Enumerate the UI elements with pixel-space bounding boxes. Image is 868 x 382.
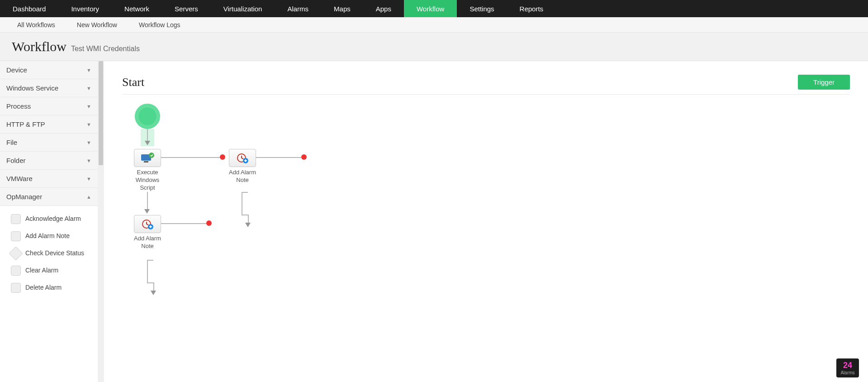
subnav-workflow-logs[interactable]: Workflow Logs bbox=[128, 21, 191, 29]
sidebar-group-label: File bbox=[6, 138, 17, 146]
action-diamond-icon bbox=[9, 246, 23, 260]
sidebar-group-label: OpManager bbox=[6, 193, 42, 201]
sidebar-group-vmware[interactable]: VMWare ▼ bbox=[0, 170, 98, 188]
sidebar-group-device[interactable]: Device ▼ bbox=[0, 61, 98, 79]
sidebar-item-label: Add Alarm Note bbox=[25, 232, 70, 240]
connector-line bbox=[147, 260, 148, 282]
subnav-all-workflows[interactable]: All Workflows bbox=[6, 21, 66, 29]
nav-dashboard[interactable]: Dashboard bbox=[0, 0, 58, 17]
sidebar: Device ▼ Windows Service ▼ Process ▼ HTT… bbox=[0, 61, 98, 382]
connector-line bbox=[153, 282, 154, 291]
monitor-run-icon bbox=[140, 153, 155, 163]
svg-rect-1 bbox=[144, 161, 148, 162]
sidebar-group-label: VMWare bbox=[6, 175, 33, 182]
chevron-up-icon: ▲ bbox=[86, 194, 91, 200]
sidebar-item-acknowledge-alarm[interactable]: Acknowledge Alarm bbox=[11, 210, 93, 228]
sidebar-group-label: Process bbox=[6, 102, 31, 110]
canvas-header: Start Trigger bbox=[122, 75, 850, 95]
sidebar-item-delete-alarm[interactable]: Delete Alarm bbox=[11, 279, 93, 296]
node-label: Execute Windows Script bbox=[129, 169, 166, 192]
sidebar-opmanager-children: Acknowledge Alarm Add Alarm Note Check D… bbox=[0, 206, 98, 298]
workflow-diagram[interactable]: Execute Windows Script Add Alarm Note bbox=[122, 104, 850, 339]
nav-network[interactable]: Network bbox=[112, 0, 162, 17]
nav-virtualization[interactable]: Virtualization bbox=[211, 0, 275, 17]
sub-nav: All Workflows New Workflow Workflow Logs bbox=[0, 17, 868, 33]
chevron-down-icon: ▼ bbox=[86, 86, 91, 91]
nav-apps[interactable]: Apps bbox=[363, 0, 404, 17]
connector-fail-dot-icon bbox=[206, 220, 212, 226]
chevron-down-icon: ▼ bbox=[86, 176, 91, 181]
workflow-canvas: Start Trigger Execute Windows Script bbox=[104, 61, 868, 382]
action-box-icon bbox=[11, 231, 21, 241]
node-label: Add Alarm Note bbox=[224, 169, 261, 184]
arrow-down-icon bbox=[151, 291, 156, 295]
sidebar-group-windows-service[interactable]: Windows Service ▼ bbox=[0, 79, 98, 97]
sidebar-group-label: Device bbox=[6, 66, 27, 74]
connector-line bbox=[242, 192, 248, 193]
sidebar-item-clear-alarm[interactable]: Clear Alarm bbox=[11, 262, 93, 279]
connector-line bbox=[147, 260, 153, 261]
sidebar-group-label: Folder bbox=[6, 157, 26, 164]
page-header: Workflow Test WMI Credentials bbox=[0, 33, 868, 61]
sidebar-scrollbar[interactable] bbox=[98, 61, 104, 382]
connector-line bbox=[161, 157, 220, 158]
nav-maps[interactable]: Maps bbox=[321, 0, 363, 17]
chevron-down-icon: ▼ bbox=[86, 140, 91, 145]
main-area: Device ▼ Windows Service ▼ Process ▼ HTT… bbox=[0, 61, 868, 382]
nav-reports[interactable]: Reports bbox=[507, 0, 556, 17]
sidebar-item-label: Acknowledge Alarm bbox=[25, 215, 81, 223]
nav-settings[interactable]: Settings bbox=[457, 0, 507, 17]
workflow-node-add-alarm-note-1[interactable] bbox=[229, 149, 256, 167]
sidebar-group-folder[interactable]: Folder ▼ bbox=[0, 152, 98, 170]
sidebar-group-http-ftp[interactable]: HTTP & FTP ▼ bbox=[0, 115, 98, 134]
node-label: Add Alarm Note bbox=[129, 235, 166, 250]
action-box-icon bbox=[11, 266, 21, 276]
nav-servers[interactable]: Servers bbox=[162, 0, 211, 17]
start-node[interactable] bbox=[135, 104, 160, 129]
chevron-down-icon: ▼ bbox=[86, 67, 91, 73]
alarms-label: Alarms bbox=[840, 370, 854, 375]
chevron-down-icon: ▼ bbox=[86, 122, 91, 127]
arrow-down-icon bbox=[144, 209, 150, 214]
scrollbar-thumb[interactable] bbox=[99, 61, 103, 165]
page-subtitle: Test WMI Credentials bbox=[71, 45, 140, 53]
sidebar-group-process[interactable]: Process ▼ bbox=[0, 97, 98, 115]
workflow-node-execute-windows-script[interactable] bbox=[134, 149, 161, 167]
action-box-icon bbox=[11, 283, 21, 293]
page-title: Workflow bbox=[12, 39, 66, 54]
connector-line bbox=[256, 157, 301, 158]
nav-inventory[interactable]: Inventory bbox=[58, 0, 112, 17]
connector-fail-dot-icon bbox=[301, 154, 307, 160]
nav-workflow[interactable]: Workflow bbox=[404, 0, 457, 17]
sidebar-group-file[interactable]: File ▼ bbox=[0, 134, 98, 152]
sidebar-item-check-device-status[interactable]: Check Device Status bbox=[11, 245, 93, 262]
sidebar-group-label: HTTP & FTP bbox=[6, 120, 45, 128]
sidebar-item-add-alarm-note[interactable]: Add Alarm Note bbox=[11, 228, 93, 245]
trigger-button[interactable]: Trigger bbox=[798, 75, 850, 90]
sidebar-item-label: Clear Alarm bbox=[25, 267, 58, 275]
connector-line bbox=[242, 192, 242, 215]
sidebar-item-label: Check Device Status bbox=[25, 249, 84, 258]
connector-line bbox=[147, 192, 148, 210]
sidebar-wrap: Device ▼ Windows Service ▼ Process ▼ HTT… bbox=[0, 61, 104, 382]
action-box-icon bbox=[11, 214, 21, 224]
connector-line bbox=[161, 223, 206, 224]
sidebar-item-label: Delete Alarm bbox=[25, 284, 62, 292]
nav-alarms[interactable]: Alarms bbox=[275, 0, 321, 17]
alarm-note-icon bbox=[141, 219, 154, 229]
sidebar-group-opmanager[interactable]: OpManager ▲ bbox=[0, 188, 98, 206]
subnav-new-workflow[interactable]: New Workflow bbox=[66, 21, 128, 29]
alarms-count: 24 bbox=[843, 361, 852, 370]
arrow-down-icon bbox=[145, 141, 150, 145]
connector-line bbox=[242, 215, 248, 215]
main-nav: Dashboard Inventory Network Servers Virt… bbox=[0, 0, 868, 17]
alarms-badge[interactable]: 24 Alarms bbox=[836, 358, 859, 377]
workflow-node-add-alarm-note-2[interactable] bbox=[134, 215, 161, 233]
arrow-down-icon bbox=[245, 223, 251, 227]
connector-line bbox=[147, 129, 148, 141]
canvas-title: Start bbox=[122, 76, 144, 89]
chevron-down-icon: ▼ bbox=[86, 158, 91, 163]
alarm-note-icon bbox=[236, 153, 249, 163]
connector-fail-dot-icon bbox=[220, 154, 225, 160]
sidebar-group-label: Windows Service bbox=[6, 84, 58, 92]
